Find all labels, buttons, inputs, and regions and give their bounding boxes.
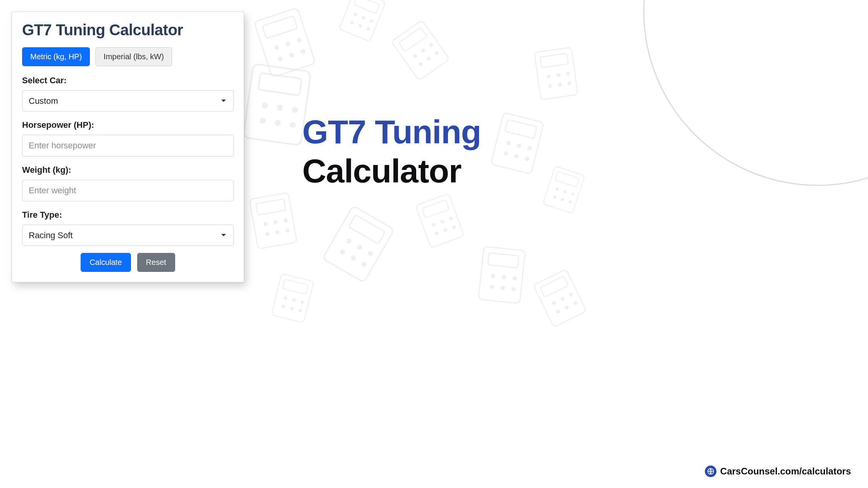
hero-title: GT7 Tuning Calculator: [302, 112, 481, 191]
site-credit: CarsCounsel.com/calculators: [705, 466, 851, 477]
action-row: Calculate Reset: [22, 253, 234, 272]
globe-icon: [705, 466, 716, 477]
label-weight: Weight (kg):: [22, 165, 234, 175]
select-car-dropdown[interactable]: Custom: [22, 90, 234, 112]
tire-type-dropdown[interactable]: Racing Soft: [22, 225, 234, 246]
field-weight: Weight (kg):: [22, 165, 234, 201]
unit-imperial-button[interactable]: Imperial (lbs, kW): [95, 47, 172, 66]
hero-line-1: GT7 Tuning: [302, 112, 481, 151]
unit-toggle-row: Metric (kg, HP) Imperial (lbs, kW): [22, 47, 234, 66]
field-tire-type: Tire Type: Racing Soft: [22, 210, 234, 246]
field-select-car: Select Car: Custom: [22, 76, 234, 112]
hero-line-2: Calculator: [302, 151, 481, 191]
unit-metric-button[interactable]: Metric (kg, HP): [22, 47, 90, 66]
field-horsepower: Horsepower (HP):: [22, 120, 234, 156]
credit-text: CarsCounsel.com/calculators: [720, 466, 851, 477]
label-horsepower: Horsepower (HP):: [22, 120, 234, 130]
label-select-car: Select Car:: [22, 76, 234, 86]
horsepower-input[interactable]: [22, 135, 234, 156]
calculate-button[interactable]: Calculate: [81, 253, 131, 272]
reset-button[interactable]: Reset: [137, 253, 175, 272]
weight-input[interactable]: [22, 180, 234, 201]
calculator-card: GT7 Tuning Calculator Metric (kg, HP) Im…: [12, 12, 244, 282]
card-title: GT7 Tuning Calculator: [22, 21, 234, 39]
label-tire-type: Tire Type:: [22, 210, 234, 220]
